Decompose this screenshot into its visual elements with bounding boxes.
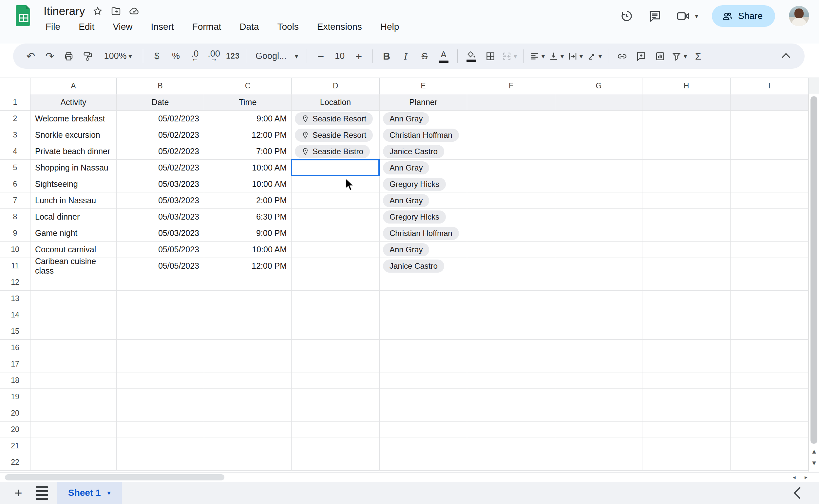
planner-chip[interactable]: Ann Gray [383,112,429,125]
cell-I12[interactable] [731,274,809,291]
cell-G2[interactable] [555,111,643,127]
decrease-font-size-button[interactable]: − [312,47,329,65]
cell-H22[interactable] [643,454,731,471]
column-header-E[interactable]: E [380,78,467,94]
cell-G6[interactable] [555,176,643,192]
cell-C15[interactable] [204,323,292,340]
cell-F20[interactable] [467,405,555,422]
menu-insert[interactable]: Insert [149,21,176,33]
cell-C2[interactable]: 9:00 AM [204,111,292,127]
meet-videocam-icon[interactable] [676,9,690,23]
cell-I1[interactable] [731,94,809,111]
collapse-side-panel-icon[interactable] [794,487,806,499]
cell-B15[interactable] [117,323,204,340]
cell-B4[interactable]: 05/02/2023 [117,143,204,160]
column-header-D[interactable]: D [292,78,380,94]
cell-H21[interactable] [643,438,731,454]
cell-B20[interactable] [117,422,204,438]
cell-G7[interactable] [555,192,643,209]
cell-E7[interactable]: Ann Gray [380,192,467,209]
cell-D14[interactable] [292,307,380,323]
undo-button[interactable]: ↶ [22,47,39,65]
cell-E20[interactable] [380,422,467,438]
cell-G4[interactable] [555,143,643,160]
cell-F15[interactable] [467,323,555,340]
planner-chip[interactable]: Christian Hoffman [383,227,459,240]
cell-C21[interactable] [204,438,292,454]
cloud-saved-icon[interactable] [129,6,140,17]
cell-F19[interactable] [467,389,555,405]
column-header-B[interactable]: B [117,78,204,94]
row-header-17[interactable]: 17 [0,356,30,372]
cell-E17[interactable] [380,356,467,372]
cell-B6[interactable]: 05/03/2023 [117,176,204,192]
cell-H8[interactable] [643,209,731,225]
menu-edit[interactable]: Edit [77,21,96,33]
cell-G3[interactable] [555,127,643,143]
vertical-scrollbar-thumb[interactable] [810,96,817,444]
star-icon[interactable] [92,6,103,17]
cell-B20[interactable] [117,405,204,422]
column-header-G[interactable]: G [555,78,643,94]
cell-I2[interactable] [731,111,809,127]
menu-view[interactable]: View [111,21,134,33]
cell-C12[interactable] [204,274,292,291]
cell-H6[interactable] [643,176,731,192]
cell-D13[interactable] [292,291,380,307]
cell-H1[interactable] [643,94,731,111]
row-header-5[interactable]: 5 [0,160,30,176]
decrease-decimals-button[interactable]: .0← [186,47,203,65]
cell-G12[interactable] [555,274,643,291]
cell-D21[interactable] [292,438,380,454]
cell-A13[interactable] [30,291,117,307]
cell-F2[interactable] [467,111,555,127]
row-header-12[interactable]: 12 [0,274,30,291]
format-percent-button[interactable]: % [167,47,184,65]
cell-D11[interactable] [292,258,380,274]
cell-C5[interactable]: 10:00 AM [204,160,292,176]
cell-B3[interactable]: 05/02/2023 [117,127,204,143]
document-title[interactable]: Itinerary [44,5,85,18]
cell-B5[interactable]: 05/02/2023 [117,160,204,176]
cell-G17[interactable] [555,356,643,372]
cell-I21[interactable] [731,438,809,454]
planner-chip[interactable]: Gregory Hicks [383,210,446,224]
redo-button[interactable]: ↷ [41,47,58,65]
row-header-22[interactable]: 22 [0,454,30,471]
cell-A5[interactable]: Shopping in Nassau [30,160,117,176]
cell-H4[interactable] [643,143,731,160]
cell-I5[interactable] [731,160,809,176]
horizontal-align-button[interactable]: ▾ [529,47,546,65]
cell-G10[interactable] [555,242,643,258]
cell-D12[interactable] [292,274,380,291]
cell-C19[interactable] [204,389,292,405]
strikethrough-button[interactable]: S [416,47,433,65]
cell-D9[interactable] [292,225,380,242]
cell-C17[interactable] [204,356,292,372]
cell-A12[interactable] [30,274,117,291]
hide-toolbar-button[interactable] [778,47,795,65]
cell-F6[interactable] [467,176,555,192]
location-chip[interactable]: Seaside Resort [295,112,373,125]
more-formats-button[interactable]: 123 [225,47,242,65]
cell-I20[interactable] [731,422,809,438]
cell-E20[interactable] [380,405,467,422]
cell-D22[interactable] [292,454,380,471]
cell-B19[interactable] [117,389,204,405]
row-header-4[interactable]: 4 [0,143,30,160]
cell-C16[interactable] [204,340,292,356]
cell-G18[interactable] [555,372,643,389]
cell-H3[interactable] [643,127,731,143]
planner-chip[interactable]: Gregory Hicks [383,178,446,191]
cell-E2[interactable]: Ann Gray [380,111,467,127]
functions-button[interactable]: Σ [690,47,707,65]
cell-C20[interactable] [204,422,292,438]
fill-color-button[interactable] [463,47,480,65]
cell-F20[interactable] [467,422,555,438]
cell-G11[interactable] [555,258,643,274]
scroll-left-icon[interactable]: ◂ [793,474,796,480]
insert-chart-button[interactable] [652,47,669,65]
cell-H9[interactable] [643,225,731,242]
row-header-3[interactable]: 3 [0,127,30,143]
cell-G5[interactable] [555,160,643,176]
